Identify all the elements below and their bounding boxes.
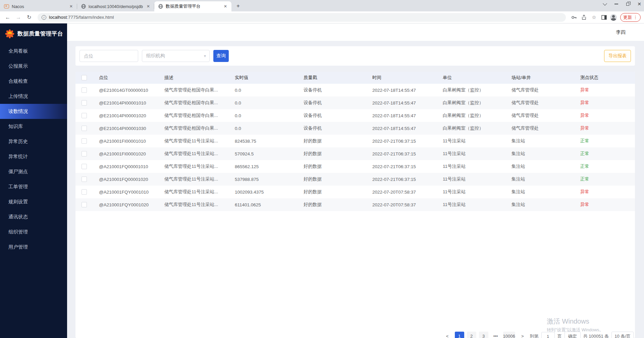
pagination-confirm-button[interactable]: 确定 [565,332,581,338]
row-checkbox[interactable] [82,164,87,169]
row-checkbox[interactable] [82,87,87,93]
sidebar-item[interactable]: 异常统计 [0,149,67,164]
cell-time: 2022-07-18T14:55:47 [368,88,439,93]
pagination-prev-button[interactable]: < [443,332,452,338]
new-tab-button[interactable]: + [234,3,242,9]
top-header-bar: 李四 [67,23,644,41]
forward-icon[interactable]: → [14,14,23,20]
address-bar[interactable]: i localhost:7775/falarm/index.html [38,13,566,22]
cell-station-well: 储气库管理处 [507,87,576,93]
row-checkbox[interactable] [82,100,87,106]
cell-station-well: 集注站 [507,151,576,157]
tab-nacos[interactable]: Nacos ✕ [0,1,77,11]
point-search-input[interactable] [79,50,138,62]
cell-point: @A210001FQY0001020 [95,202,160,207]
pagination-page-2[interactable]: 2 [467,332,476,338]
table-header-row: 点位 描述 实时值 质量戳 时间 单位 场站/单井 测点状态 [75,72,635,84]
table-row: @E210014PI00001010储气库管理处相国寺白果...0.0设备停机2… [75,96,635,109]
cell-unit: 11号注采站 [439,163,507,170]
update-label: 更新 [623,14,632,20]
cell-point-status: 正常 [576,163,635,170]
cell-time: 2022-07-21T06:37:15 [368,177,439,182]
cell-quality-stamp: 好的数据 [300,163,368,170]
cell-point-status: 异常 [576,189,635,195]
pagination-goto-label: 到第 [530,333,539,338]
pagination-page-3[interactable]: 3 [479,332,488,338]
pagination-goto-input[interactable] [541,332,555,338]
column-header-point-status: 测点状态 [576,75,635,81]
cell-realtime-value: 0.0 [231,100,300,106]
cell-quality-stamp: 好的数据 [300,202,368,208]
profile-avatar[interactable] [610,14,617,21]
sidebar-item[interactable]: 合规检查 [0,74,67,89]
cell-unit: 白果树阀室（监控） [439,87,507,93]
row-checkbox[interactable] [82,202,87,207]
window-minimize-icon[interactable] [614,4,618,4]
cell-time: 2022-07-18T14:55:47 [368,126,439,131]
sidebar-nav: 全局看板公报展示合规检查上传情况读数情况知识库异常历史异常统计僵尸测点工单管理规… [0,44,67,255]
pagination-next-button[interactable]: > [518,332,527,338]
tab-close-icon[interactable]: ✕ [223,4,228,9]
tab-data-quality-platform[interactable]: 数据质量管理平台 ✕ [154,1,231,11]
sidebar-item[interactable]: 僵尸测点 [0,164,67,179]
export-report-button[interactable]: 导出报表 [604,50,631,62]
cell-quality-stamp: 好的数据 [300,176,368,182]
back-icon[interactable]: ← [3,14,12,20]
password-key-icon[interactable] [570,14,578,20]
cell-time: 2022-07-20T07:58:37 [368,190,439,195]
tab-close-icon[interactable]: ✕ [68,4,74,9]
window-close-icon[interactable]: ✕ [637,1,641,7]
more-menu-icon[interactable]: ⋮ [633,15,638,20]
cell-realtime-value: 611401.0625 [231,202,300,207]
sidebar-item[interactable]: 知识库 [0,119,67,134]
cell-point: @A210001FQ00001010 [95,164,160,169]
row-checkbox[interactable] [82,126,87,131]
row-checkbox[interactable] [82,151,87,156]
organization-select[interactable]: 组织机构 ▾ [142,50,210,62]
query-button[interactable]: 查询 [213,50,229,62]
cell-station-well: 储气库管理处 [507,100,576,106]
sidebar-item[interactable]: 组织管理 [0,224,67,240]
column-header-station-well: 场站/单井 [507,75,576,81]
url-path: :7775/falarm/index.html [67,15,114,20]
window-restore-icon[interactable] [626,3,629,6]
row-checkbox[interactable] [82,113,87,118]
cell-unit: 11号注采站 [439,138,507,144]
chrome-update-button[interactable]: 更新 ⋮ [620,13,641,22]
row-checkbox[interactable] [82,177,87,182]
sidebar-item[interactable]: 规则设置 [0,194,67,209]
row-checkbox[interactable] [82,189,87,195]
table-row: @A210001FQ00001020储气库管理处11号注采站...537988.… [75,173,635,186]
sidebar-item[interactable]: 工单管理 [0,179,67,194]
sidebar: 数据质量管理平台 全局看板公报展示合规检查上传情况读数情况知识库异常历史异常统计… [0,23,67,338]
sidebar-item[interactable]: 读数情况 [0,104,67,119]
cell-realtime-value: 0.0 [231,113,300,118]
sidebar-item[interactable]: 上传情况 [0,89,67,104]
sidebar-item[interactable]: 异常历史 [0,134,67,149]
cell-time: 2022-07-18T14:55:47 [368,100,439,106]
reload-icon[interactable]: ↻ [25,14,34,20]
pagination-ellipsis: ••• [491,332,500,338]
sidebar-item[interactable]: 用户管理 [0,240,67,255]
sidebar-item[interactable]: 全局看板 [0,44,67,59]
cell-station-well: 集注站 [507,176,576,182]
cell-point: @A210001FQY0001010 [95,190,160,195]
bookmark-star-icon[interactable]: ☆ [590,14,598,20]
sidebar-item[interactable]: 公报展示 [0,59,67,74]
row-checkbox[interactable] [82,138,87,144]
current-username[interactable]: 李四 [616,29,626,36]
pagination-page-1[interactable]: 1 [455,332,464,338]
page-size-select[interactable]: 10 条/页 [611,332,634,338]
window-menu-chevron-icon[interactable] [603,1,607,6]
tab-localhost-demo[interactable]: localhost:10040/demo/psjdbc ✕ [77,1,154,11]
cell-description: 储气库管理处11号注采站... [160,163,231,170]
tab-close-icon[interactable]: ✕ [146,4,151,9]
site-info-icon[interactable]: i [42,15,46,20]
pagination-last-page[interactable]: 10006 [503,332,515,338]
side-panel-icon[interactable] [600,14,608,20]
browser-url-bar: ← → ↻ i localhost:7775/falarm/index.html… [0,11,644,23]
cell-unit: 白果树阀室（监控） [439,100,507,106]
sidebar-item[interactable]: 通讯状态 [0,209,67,224]
share-icon[interactable] [580,14,588,20]
select-all-checkbox[interactable] [82,75,87,80]
